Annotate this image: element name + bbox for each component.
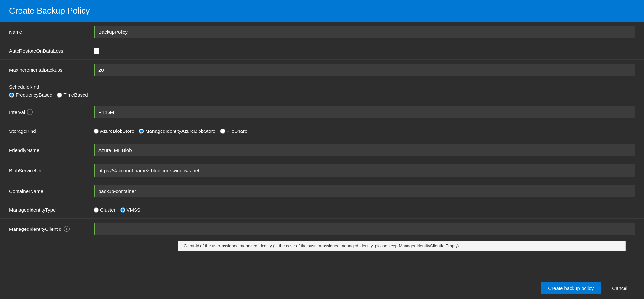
schedule-kind-row: ScheduleKind FrequencyBased TimeBased [0, 80, 644, 102]
blob-service-uri-input[interactable] [94, 164, 635, 177]
managed-identity-client-id-label: ManagedIdentityClientId i [9, 226, 94, 232]
cluster-radio-label[interactable]: Cluster [94, 207, 116, 213]
managed-identity-azure-radio[interactable] [139, 129, 144, 134]
time-based-radio[interactable] [57, 93, 62, 98]
managed-identity-type-radio-group: Cluster VMSS [94, 207, 143, 213]
storage-kind-label: StorageKind [9, 128, 94, 134]
managed-identity-client-id-control [94, 223, 635, 235]
auto-restore-checkbox[interactable] [94, 48, 99, 54]
managed-identity-client-id-input[interactable] [94, 223, 635, 235]
blob-service-uri-row: BlobServiceUri [0, 160, 644, 181]
interval-row: Interval i [0, 102, 644, 122]
managed-identity-type-label: ManagedIdentityType [9, 207, 94, 213]
file-share-radio[interactable] [220, 129, 225, 134]
storage-kind-control: AzureBlobStore ManagedIdentityAzureBlobS… [94, 128, 635, 134]
interval-label: Interval i [9, 109, 94, 115]
container-name-row: ContainerName [0, 181, 644, 201]
storage-kind-radio-group: AzureBlobStore ManagedIdentityAzureBlobS… [94, 128, 250, 134]
managed-identity-client-id-info-icon[interactable]: i [64, 226, 70, 232]
interval-input[interactable] [94, 106, 635, 118]
frequency-based-radio-label[interactable]: FrequencyBased [9, 92, 52, 98]
vmss-radio[interactable] [120, 207, 125, 213]
managed-identity-type-row: ManagedIdentityType Cluster VMSS [0, 201, 644, 219]
frequency-based-radio[interactable] [9, 93, 14, 98]
azure-blob-store-radio[interactable] [94, 129, 99, 134]
friendly-name-row: FriendlyName [0, 140, 644, 160]
managed-identity-client-id-row: ManagedIdentityClientId i [0, 219, 644, 239]
dialog-header: Create Backup Policy [0, 0, 644, 22]
managed-identity-type-control: Cluster VMSS [94, 207, 635, 213]
create-backup-policy-button[interactable]: Create backup policy [541, 282, 601, 294]
auto-restore-control [94, 48, 635, 54]
schedule-kind-radio-group: FrequencyBased TimeBased [9, 92, 635, 98]
cluster-radio[interactable] [94, 207, 99, 213]
container-name-label: ContainerName [9, 188, 94, 194]
friendly-name-control [94, 144, 635, 156]
friendly-name-input[interactable] [94, 144, 635, 156]
dialog-title: Create Backup Policy [9, 6, 90, 16]
name-label: Name [9, 29, 94, 35]
time-based-radio-label[interactable]: TimeBased [57, 92, 88, 98]
max-incremental-input[interactable] [94, 64, 635, 76]
container-name-control [94, 185, 635, 197]
max-incremental-row: MaxIncrementalBackups [0, 60, 644, 80]
dialog-footer: Create backup policy Cancel [0, 277, 644, 299]
cancel-button[interactable]: Cancel [605, 282, 635, 294]
dialog-body: Name AutoRestoreOnDataLoss MaxIncrementa… [0, 22, 644, 277]
blob-service-uri-control [94, 164, 635, 177]
interval-control [94, 106, 635, 118]
tooltip-bar: Client-id of the user-assigned managed i… [178, 241, 626, 251]
name-input[interactable] [94, 26, 635, 38]
max-incremental-label: MaxIncrementalBackups [9, 67, 94, 73]
blob-service-uri-label: BlobServiceUri [9, 168, 94, 173]
container-name-input[interactable] [94, 185, 635, 197]
azure-blob-store-radio-label[interactable]: AzureBlobStore [94, 128, 134, 134]
vmss-radio-label[interactable]: VMSS [120, 207, 141, 213]
auto-restore-row: AutoRestoreOnDataLoss [0, 42, 644, 60]
storage-kind-row: StorageKind AzureBlobStore ManagedIdenti… [0, 122, 644, 140]
auto-restore-label: AutoRestoreOnDataLoss [9, 48, 94, 54]
friendly-name-label: FriendlyName [9, 147, 94, 153]
interval-info-icon[interactable]: i [27, 109, 33, 115]
tooltip-row: Client-id of the user-assigned managed i… [0, 239, 644, 255]
name-row: Name [0, 22, 644, 42]
name-control [94, 26, 635, 38]
managed-identity-azure-radio-label[interactable]: ManagedIdentityAzureBlobStore [139, 128, 215, 134]
file-share-radio-label[interactable]: FileShare [220, 128, 247, 134]
schedule-kind-label: ScheduleKind [9, 84, 635, 90]
max-incremental-control [94, 64, 635, 76]
